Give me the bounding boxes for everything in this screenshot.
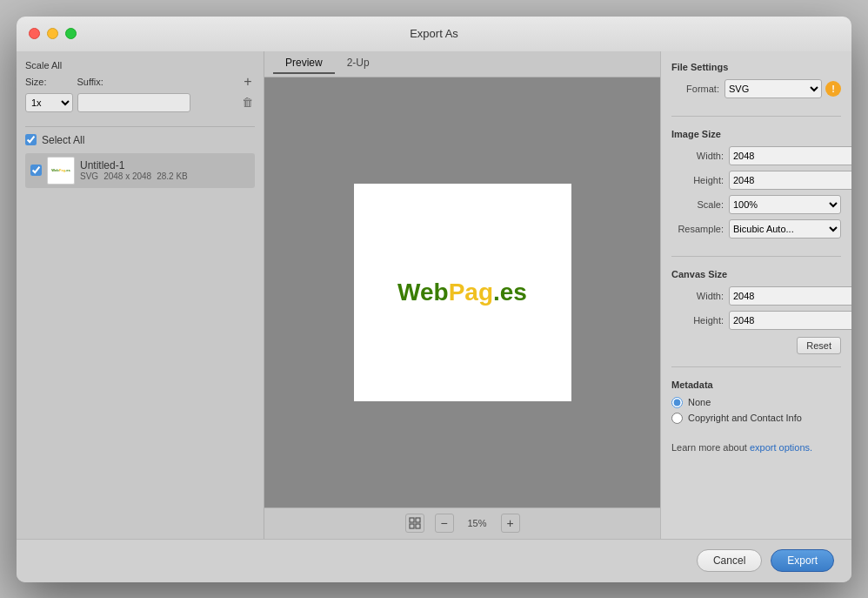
size-label: Size: xyxy=(25,77,46,87)
fit-button[interactable] xyxy=(405,514,424,533)
file-dimensions: 2048 x 2048 xyxy=(103,171,151,181)
bottom-bar: Cancel Export xyxy=(17,539,851,582)
dialog-body: Scale All Size: Suffix: + 1x 2x 3x 0.5x … xyxy=(17,51,851,539)
image-scale-label: Scale: xyxy=(671,199,724,210)
zoom-in-button[interactable]: + xyxy=(501,514,520,533)
file-info: Untitled-1 SVG 2048 x 2048 28.2 KB xyxy=(80,159,250,181)
file-size: 28.2 KB xyxy=(157,171,188,181)
divider-2 xyxy=(671,116,841,117)
preview-canvas: WebPag.es xyxy=(354,184,571,401)
canvas-width-input[interactable] xyxy=(729,286,851,306)
canvas-height-input[interactable] xyxy=(729,311,851,330)
size-suffix-row: Size: Suffix: + xyxy=(25,75,255,89)
left-panel: Scale All Size: Suffix: + 1x 2x 3x 0.5x … xyxy=(17,51,264,539)
scale-input-row: 1x 2x 3x 0.5x 🗑 xyxy=(25,93,255,112)
image-scale-row: Scale: 100% 50% 200% 75% xyxy=(671,195,841,214)
title-bar: Export As xyxy=(17,17,851,51)
file-list: WebPag.es Untitled-1 SVG 2048 x 2048 28.… xyxy=(25,153,255,530)
minimize-button[interactable] xyxy=(47,28,58,39)
window-controls xyxy=(29,28,77,39)
image-size-section: Image Size Width: px Height: px Scale: 1… xyxy=(671,129,841,244)
scale-select[interactable]: 1x 2x 3x 0.5x xyxy=(25,93,73,112)
scale-all-label: Scale All xyxy=(25,60,255,71)
image-width-row: Width: px xyxy=(671,146,841,165)
preview-area: WebPag.es xyxy=(264,77,660,507)
format-row: Format: SVG PNG JPG GIF PDF WebP ! xyxy=(671,79,841,98)
metadata-section: Metadata None Copyright and Contact Info xyxy=(671,380,841,428)
maximize-button[interactable] xyxy=(65,28,77,39)
add-scale-button[interactable]: + xyxy=(241,75,255,89)
delete-scale-button[interactable]: 🗑 xyxy=(239,95,255,111)
file-settings-title: File Settings xyxy=(671,62,841,72)
format-label: Format: xyxy=(671,84,719,94)
image-width-label: Width: xyxy=(671,151,724,161)
tab-2up[interactable]: 2-Up xyxy=(335,53,382,74)
divider-3 xyxy=(671,256,841,257)
learn-more: Learn more about export options. xyxy=(671,442,841,453)
image-height-label: Height: xyxy=(671,175,724,185)
canvas-width-label: Width: xyxy=(671,291,724,301)
metadata-none-radio[interactable] xyxy=(671,397,683,408)
resample-select[interactable]: Bicubic Auto... Bilinear Nearest Neighbo… xyxy=(729,219,841,239)
file-checkbox[interactable] xyxy=(30,165,42,176)
file-name: Untitled-1 xyxy=(80,159,250,171)
suffix-label: Suffix: xyxy=(77,77,103,87)
close-button[interactable] xyxy=(29,28,40,39)
svg-rect-0 xyxy=(410,518,414,522)
dialog-title: Export As xyxy=(410,27,458,40)
canvas-width-row: Width: px xyxy=(671,286,841,306)
divider-4 xyxy=(671,366,841,367)
warning-icon: ! xyxy=(825,81,841,97)
export-button[interactable]: Export xyxy=(771,549,834,572)
scale-all-section: Scale All Size: Suffix: + 1x 2x 3x 0.5x … xyxy=(25,60,255,112)
reset-button[interactable]: Reset xyxy=(797,337,841,354)
metadata-none-row: None xyxy=(671,397,841,408)
svg-rect-2 xyxy=(410,524,414,528)
canvas-size-section: Canvas Size Width: px Height: px Reset xyxy=(671,269,841,354)
image-width-input[interactable] xyxy=(729,146,851,165)
resample-row: Resample: Bicubic Auto... Bilinear Neare… xyxy=(671,219,841,239)
metadata-copyright-label: Copyright and Contact Info xyxy=(688,413,802,423)
select-all-label: Select All xyxy=(42,134,84,146)
suffix-input[interactable] xyxy=(77,93,190,112)
format-select[interactable]: SVG PNG JPG GIF PDF WebP xyxy=(724,79,822,98)
metadata-copyright-radio[interactable] xyxy=(671,413,683,424)
logo-es: .es xyxy=(493,279,527,306)
preview-toolbar: − 15% + xyxy=(264,507,660,539)
file-item[interactable]: WebPag.es Untitled-1 SVG 2048 x 2048 28.… xyxy=(25,153,255,188)
thumbnail-preview: WebPag.es xyxy=(51,168,70,172)
select-all-row: Select All xyxy=(25,134,255,146)
canvas-size-title: Canvas Size xyxy=(671,269,841,279)
cancel-button[interactable]: Cancel xyxy=(697,549,762,572)
image-scale-select[interactable]: 100% 50% 200% 75% xyxy=(729,195,841,214)
logo-pag: Pag xyxy=(449,279,493,306)
file-settings-section: File Settings Format: SVG PNG JPG GIF PD… xyxy=(671,62,841,104)
file-format: SVG xyxy=(80,171,98,181)
metadata-none-label: None xyxy=(688,397,711,407)
preview-logo: WebPag.es xyxy=(397,279,527,306)
select-all-checkbox[interactable] xyxy=(25,134,37,145)
canvas-height-label: Height: xyxy=(671,315,724,326)
zoom-out-button[interactable]: − xyxy=(435,514,454,533)
file-thumbnail: WebPag.es xyxy=(47,157,75,185)
learn-more-text: Learn more about xyxy=(671,442,747,453)
tab-preview[interactable]: Preview xyxy=(273,53,335,74)
metadata-copyright-row: Copyright and Contact Info xyxy=(671,413,841,424)
svg-rect-1 xyxy=(416,518,420,522)
zoom-level: 15% xyxy=(464,518,491,528)
preview-tabs: Preview 2-Up xyxy=(264,51,660,77)
export-dialog: Export As Scale All Size: Suffix: + 1x 2… xyxy=(17,17,851,582)
logo-web: Web xyxy=(397,279,449,306)
image-size-title: Image Size xyxy=(671,129,841,139)
center-panel: Preview 2-Up WebPag.es xyxy=(264,51,660,539)
file-meta: SVG 2048 x 2048 28.2 KB xyxy=(80,171,250,181)
image-height-input[interactable] xyxy=(729,171,851,190)
canvas-height-row: Height: px xyxy=(671,311,841,330)
export-options-link[interactable]: export options. xyxy=(750,442,812,453)
divider-1 xyxy=(25,126,255,127)
metadata-title: Metadata xyxy=(671,380,841,390)
resample-label: Resample: xyxy=(671,224,724,234)
right-panel: File Settings Format: SVG PNG JPG GIF PD… xyxy=(660,51,851,539)
svg-rect-3 xyxy=(416,524,420,528)
image-height-row: Height: px xyxy=(671,171,841,190)
